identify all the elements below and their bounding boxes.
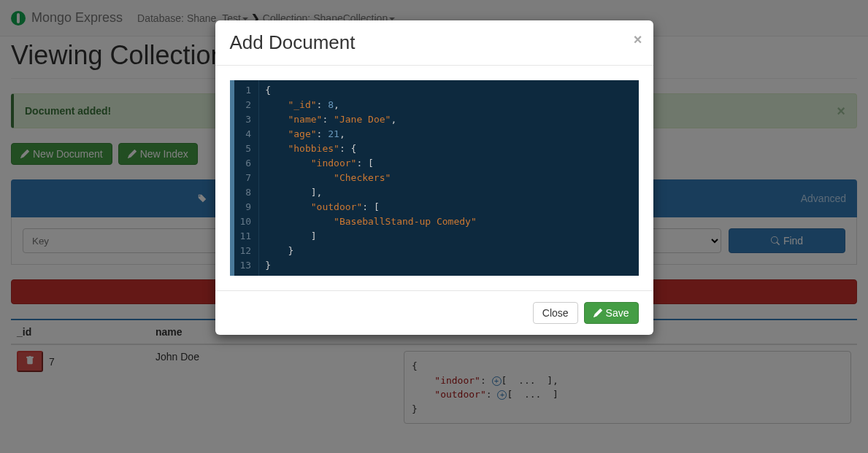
close-modal-button[interactable]: × [634, 31, 642, 48]
modal-footer: Close Save [215, 290, 653, 335]
modal-body: 12345678910111213 { "_id": 8, "name": "J… [215, 66, 653, 290]
modal-backdrop: Add Document × 12345678910111213 { "_id"… [0, 0, 868, 453]
modal-title: Add Document [230, 31, 639, 54]
line-gutter: 12345678910111213 [234, 80, 260, 276]
code-content[interactable]: { "_id": 8, "name": "Jane Doe", "age": 2… [259, 80, 638, 276]
save-label: Save [606, 307, 629, 319]
close-button[interactable]: Close [533, 302, 578, 324]
code-editor[interactable]: 12345678910111213 { "_id": 8, "name": "J… [230, 80, 639, 276]
modal-header: Add Document × [215, 20, 653, 66]
pencil-icon [594, 309, 602, 317]
save-button[interactable]: Save [584, 302, 639, 324]
add-document-modal: Add Document × 12345678910111213 { "_id"… [215, 20, 653, 335]
